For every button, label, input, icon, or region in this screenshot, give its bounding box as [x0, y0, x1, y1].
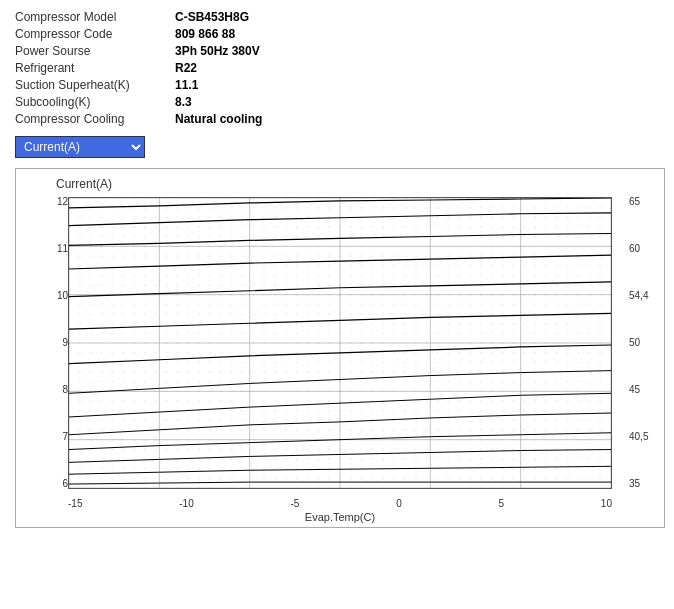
y-right-50: 50	[629, 338, 640, 348]
compressor-model-label: Compressor Model	[15, 10, 175, 24]
info-table: Compressor Model C-SB453H8G Compressor C…	[15, 10, 659, 126]
y-left-11: 11	[57, 244, 68, 254]
compressor-model-row: Compressor Model C-SB453H8G	[15, 10, 659, 24]
chart-svg	[69, 198, 611, 488]
chart-title: Current(A)	[56, 177, 112, 191]
dropdown-container: Current(A) Power(W) EER	[15, 136, 659, 158]
power-source-row: Power Sourse 3Ph 50Hz 380V	[15, 44, 659, 58]
subcooling-label: Subcooling(K)	[15, 95, 175, 109]
refrigerant-row: Refrigerant R22	[15, 61, 659, 75]
chart-area	[68, 197, 612, 489]
y-right-60: 60	[629, 244, 640, 254]
compressor-cooling-row: Compressor Cooling Natural cooling	[15, 112, 659, 126]
compressor-code-label: Compressor Code	[15, 27, 175, 41]
y-axis-left: 12 11 10 9 8 7 6	[46, 197, 68, 489]
suction-superheat-row: Suction Superheat(K) 11.1	[15, 78, 659, 92]
y-right-35: 35	[629, 479, 640, 489]
power-source-value: 3Ph 50Hz 380V	[175, 44, 260, 58]
y-right-54: 54,4	[629, 291, 648, 301]
x-label-neg5: -5	[290, 498, 299, 509]
x-axis: -15 -10 -5 0 5 10	[68, 498, 612, 509]
x-label-10: 10	[601, 498, 612, 509]
x-label-neg15: -15	[68, 498, 82, 509]
suction-superheat-value: 11.1	[175, 78, 198, 92]
x-axis-title: Evap.Temp(C)	[16, 511, 664, 523]
refrigerant-label: Refrigerant	[15, 61, 175, 75]
y-right-65: 65	[629, 197, 640, 207]
subcooling-row: Subcooling(K) 8.3	[15, 95, 659, 109]
refrigerant-value: R22	[175, 61, 197, 75]
compressor-cooling-value: Natural cooling	[175, 112, 262, 126]
x-label-0: 0	[396, 498, 402, 509]
chart-outer: Current(A) 12 11 10 9 8 7 6 65 60 54,4 5…	[15, 168, 665, 528]
chart-type-select[interactable]: Current(A) Power(W) EER	[15, 136, 145, 158]
y-right-45: 45	[629, 385, 640, 395]
compressor-code-value: 809 866 88	[175, 27, 235, 41]
x-label-5: 5	[499, 498, 505, 509]
compressor-code-row: Compressor Code 809 866 88	[15, 27, 659, 41]
main-container: Compressor Model C-SB453H8G Compressor C…	[0, 0, 674, 609]
y-right-40: 40,5	[629, 432, 648, 442]
suction-superheat-label: Suction Superheat(K)	[15, 78, 175, 92]
subcooling-value: 8.3	[175, 95, 192, 109]
y-left-10: 10	[57, 291, 68, 301]
power-source-label: Power Sourse	[15, 44, 175, 58]
x-label-neg10: -10	[179, 498, 193, 509]
y-axis-right: 65 60 54,4 50 45 40,5 35	[629, 197, 659, 489]
compressor-cooling-label: Compressor Cooling	[15, 112, 175, 126]
compressor-model-value: C-SB453H8G	[175, 10, 249, 24]
y-left-12: 12	[57, 197, 68, 207]
